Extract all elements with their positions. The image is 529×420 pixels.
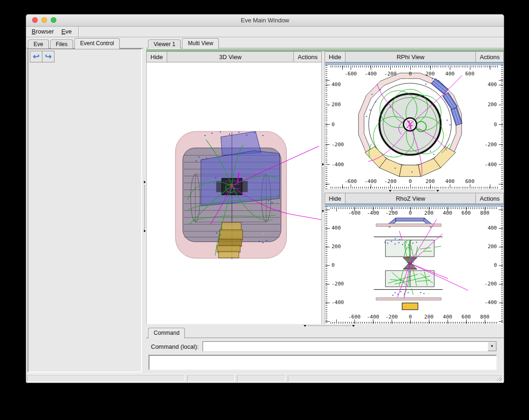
tick-label: -400: [332, 162, 348, 168]
event-control-panel: ↩ ↪: [27, 48, 142, 373]
rhoz-drawing: [325, 207, 503, 324]
3d-viewer-canvas[interactable]: [146, 62, 322, 324]
tab-event-control[interactable]: Event Control: [75, 38, 120, 49]
tick-label: -400: [480, 162, 497, 168]
rphi-axis-x-top: -600-400-2000200400600: [341, 71, 479, 77]
resize-grip-icon[interactable]: [496, 375, 502, 381]
rphi-axis-y-right: 4002000-200-400: [480, 81, 497, 168]
rhoz-yellow-module: [402, 303, 418, 310]
pane-rphi-view: Hide RPhi View Actions: [325, 51, 504, 189]
zoom-button[interactable]: [51, 17, 56, 23]
command-output[interactable]: [149, 355, 497, 370]
actions-button[interactable]: Actions: [293, 52, 321, 62]
collapse-down-arrow-icon: [436, 190, 439, 192]
menu-separator: [78, 27, 79, 37]
hide-button[interactable]: Hide: [147, 52, 167, 62]
eve-main-window: Eve Main Window Browser Eve Eve Files Ev…: [26, 14, 504, 383]
tick-label: 200: [420, 314, 438, 320]
rphi-axis-y-left: 4002000-200-400: [332, 81, 348, 168]
tick-marks: [326, 65, 330, 189]
tick-label: -400: [480, 299, 497, 306]
hide-button[interactable]: Hide: [325, 52, 346, 62]
tick-label: 200: [421, 71, 440, 77]
collapse-down-arrow-icon: [352, 325, 355, 327]
tick-label: 400: [441, 178, 459, 184]
tick-label: 200: [480, 102, 497, 108]
tick-label: -200: [381, 178, 400, 184]
rphi-view-title: RPhi View: [346, 52, 476, 62]
tick-label: -200: [381, 71, 400, 77]
menu-eve[interactable]: Eve: [58, 27, 75, 37]
tick-label: 600: [461, 71, 479, 77]
rhoz-ruler-left: [326, 207, 330, 324]
tick-label: -200: [480, 281, 497, 287]
rhoz-axis-y-right: 4002000-200-400: [480, 225, 497, 306]
desktop-background: Eve Main Window Browser Eve Eve Files Ev…: [0, 0, 529, 420]
browser-tabbar: Eve Files Event Control: [26, 37, 143, 48]
command-tabbar: Command: [146, 328, 504, 338]
minimize-button[interactable]: [41, 17, 47, 23]
tick-label: 200: [420, 210, 438, 216]
command-splitter-handle[interactable]: [146, 324, 504, 328]
collapse-down-arrow-icon: [304, 325, 306, 327]
event-nav-buttons: ↩ ↪: [30, 51, 140, 62]
tick-label: -600: [341, 178, 360, 184]
tick-marks: [499, 65, 503, 189]
tick-label: -400: [364, 314, 382, 320]
tick-label: 400: [332, 81, 348, 88]
previous-event-button[interactable]: ↩: [30, 51, 42, 62]
tick-marks: [499, 207, 503, 324]
tab-viewer-1[interactable]: Viewer 1: [148, 40, 181, 48]
rphi-drawing: [325, 65, 503, 189]
collapse-right-arrow-icon: [144, 181, 146, 183]
tick-label: 800: [475, 210, 494, 216]
rhoz-ruler-right: [499, 207, 503, 324]
tick-label: 0: [480, 262, 497, 269]
viewer-tabbar: Viewer 1 Multi View: [146, 37, 504, 48]
tab-command[interactable]: Command: [148, 328, 185, 339]
rphi-ruler-top: [331, 66, 498, 70]
tick-label: 200: [332, 102, 348, 108]
rhoz-viewer-canvas[interactable]: -600-400-2000200400600800 -600-400-20002…: [325, 207, 504, 324]
collapse-right-arrow-icon: [322, 210, 324, 212]
rhoz-axis-x-top: -600-400-2000200400600800: [345, 210, 494, 216]
rhoz-axis-x-bottom: -600-400-2000200400600800: [345, 314, 494, 320]
viewer-panel: Viewer 1 Multi View Hide 3D View Actions: [146, 37, 504, 374]
tick-marks: [331, 66, 498, 70]
menu-browser[interactable]: Browser: [28, 27, 58, 37]
tick-label: 600: [457, 210, 475, 216]
projection-column: Hide RPhi View Actions: [325, 51, 504, 324]
next-event-button[interactable]: ↪: [42, 51, 54, 62]
tick-label: -200: [332, 142, 348, 148]
tab-eve[interactable]: Eve: [28, 40, 49, 48]
close-button[interactable]: [32, 17, 38, 23]
tick-marks: [331, 184, 498, 189]
window-title: Eve Main Window: [241, 17, 289, 24]
3d-view-header: Hide 3D View Actions: [146, 51, 322, 62]
hide-button[interactable]: Hide: [325, 193, 346, 203]
rphi-viewer-canvas[interactable]: -600-400-2000200400600 -600-400-20002004…: [325, 65, 504, 189]
actions-button[interactable]: Actions: [475, 193, 503, 203]
tick-label: 400: [480, 81, 497, 88]
tick-label: 400: [480, 225, 497, 231]
rphi-rhoz-splitter-handle[interactable]: [325, 189, 504, 193]
actions-button[interactable]: Actions: [475, 52, 503, 62]
tick-label: -400: [332, 299, 348, 306]
pane-rhoz-view: Hide RhoZ View Actions: [325, 193, 504, 324]
tick-label: -600: [345, 210, 364, 216]
command-label: Command (local):: [151, 343, 199, 350]
status-cell: [27, 375, 185, 382]
splitter-dots: [393, 190, 435, 191]
titlebar[interactable]: Eve Main Window: [26, 14, 504, 27]
rhoz-view-header: Hide RhoZ View Actions: [325, 193, 504, 204]
command-input[interactable]: [203, 342, 488, 351]
tick-label: 0: [401, 314, 420, 320]
tab-files[interactable]: Files: [50, 40, 73, 48]
status-cell: [187, 375, 235, 382]
tick-label: 200: [480, 244, 497, 250]
combo-dropdown-button[interactable]: ▼: [488, 342, 496, 351]
tick-label: 0: [332, 262, 348, 269]
tick-label: -400: [364, 210, 382, 216]
tab-multi-view[interactable]: Multi View: [182, 38, 218, 49]
tick-label: -200: [480, 142, 497, 148]
